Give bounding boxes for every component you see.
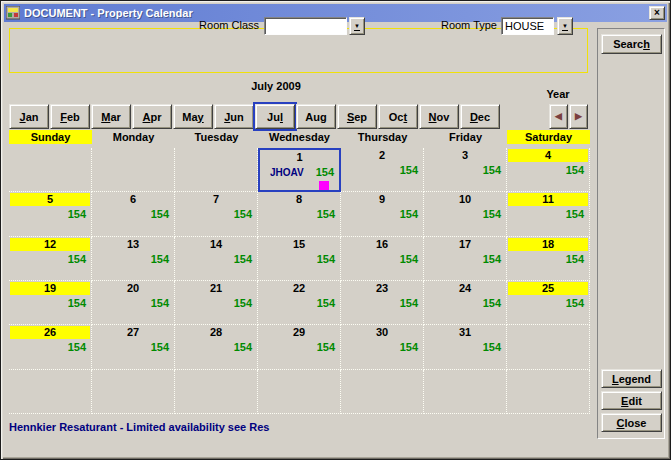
calendar-day-cell-14[interactable]: 14 154 (175, 237, 258, 281)
calendar-day-cell-29[interactable]: 29 154 (258, 325, 341, 369)
dropdown-arrow-icon: ▼ (354, 23, 360, 31)
month-button-mar[interactable]: Mar (91, 104, 131, 129)
calendar-day-cell-22[interactable]: 22 154 (258, 281, 341, 325)
month-button-aug[interactable]: Aug (296, 104, 336, 129)
calendar-day-cell-4[interactable]: 4 154 (507, 148, 590, 192)
calendar-day-cell-30[interactable]: 30 154 (341, 325, 424, 369)
calendar-day-cell-9[interactable]: 9 154 (341, 192, 424, 236)
availability-count: 154 (483, 297, 501, 309)
calendar-day-cell-24[interactable]: 24 154 (424, 281, 507, 325)
calendar-day-cell-21[interactable]: 21 154 (175, 281, 258, 325)
month-button-jan[interactable]: Jan (9, 104, 49, 129)
day-number: 23 (342, 282, 422, 295)
calendar-day-cell (175, 370, 258, 414)
calendar-day-cell-27[interactable]: 27 154 (92, 325, 175, 369)
calendar-day-cell-16[interactable]: 16 154 (341, 237, 424, 281)
button-label: lose (624, 417, 646, 429)
close-window-button[interactable]: × (649, 6, 665, 20)
day-number: 18 (508, 238, 588, 251)
calendar-day-cell-23[interactable]: 23 154 (341, 281, 424, 325)
calendar-day-cell-1[interactable]: 1 JHOAV 154 (258, 148, 341, 192)
availability-count: 154 (483, 164, 501, 176)
day-header-thursday: Thursday (341, 130, 424, 144)
close-button[interactable]: Close (601, 413, 662, 432)
year-forward-button[interactable]: ▶ (569, 104, 588, 129)
availability-count: 154 (566, 297, 584, 309)
day-number: 19 (10, 282, 90, 295)
legend-button[interactable]: Legend (601, 369, 662, 388)
day-number: 7 (176, 193, 256, 206)
month-button-may[interactable]: May (173, 104, 213, 129)
calendar-day-cell-19[interactable]: 19 154 (9, 281, 92, 325)
day-number: 11 (508, 193, 588, 206)
room-type-label: Room Type (401, 19, 497, 32)
month-button-oct[interactable]: Oct (378, 104, 418, 129)
month-button-feb[interactable]: Feb (50, 104, 90, 129)
day-number: 5 (10, 193, 90, 206)
calendar-day-cell-5[interactable]: 5 154 (9, 192, 92, 236)
room-type-combobox[interactable]: HOUSE (501, 17, 554, 35)
month-label: ep (354, 111, 367, 123)
month-label: ar (110, 111, 120, 123)
calendar-day-cell-11[interactable]: 11 154 (507, 192, 590, 236)
calendar-day-cell-26[interactable]: 26 154 (9, 325, 92, 369)
calendar-day-cell-20[interactable]: 20 154 (92, 281, 175, 325)
day-number (93, 149, 173, 162)
month-label: Ma (182, 111, 197, 123)
room-type-dropdown-button[interactable]: ▼ (557, 17, 573, 35)
day-number: 20 (93, 282, 173, 295)
month-mnemonic: F (60, 111, 67, 123)
day-number: 24 (425, 282, 505, 295)
day-number: 21 (176, 282, 256, 295)
month-label: ec (478, 111, 490, 123)
day-number (176, 371, 256, 384)
day-number: 17 (425, 238, 505, 251)
year-back-button[interactable]: ◀ (549, 104, 568, 129)
calendar-day-cell-8[interactable]: 8 154 (258, 192, 341, 236)
day-header-wednesday: Wednesday (258, 130, 341, 144)
room-class-dropdown-button[interactable]: ▼ (349, 17, 365, 35)
room-class-combobox[interactable] (264, 17, 347, 35)
month-button-apr[interactable]: Apr (132, 104, 172, 129)
calendar-day-cell-13[interactable]: 13 154 (92, 237, 175, 281)
month-button-jul[interactable]: Jul (255, 104, 295, 129)
availability-count: 154 (566, 253, 584, 265)
calendar-day-cell-25[interactable]: 25 154 (507, 281, 590, 325)
calendar-day-cell-6[interactable]: 6 154 (92, 192, 175, 236)
calendar-day-cell-2[interactable]: 2 154 (341, 148, 424, 192)
month-label: pr (150, 111, 161, 123)
edit-button[interactable]: Edit (601, 391, 662, 410)
calendar-day-cell-18[interactable]: 18 154 (507, 237, 590, 281)
month-label: Oc (389, 111, 404, 123)
button-mnemonic: L (612, 373, 619, 385)
month-label: Aug (305, 111, 326, 123)
calendar-day-cell-28[interactable]: 28 154 (175, 325, 258, 369)
button-label: dit (628, 395, 641, 407)
calendar-day-cell (341, 370, 424, 414)
property-calendar-window: DOCUMENT - Property Calendar × Room Clas… (0, 0, 671, 460)
month-button-jun[interactable]: Jun (214, 104, 254, 129)
day-header-row: SundayMondayTuesdayWednesdayThursdayFrid… (9, 130, 590, 144)
month-button-dec[interactable]: Dec (460, 104, 500, 129)
availability-count: 154 (234, 341, 252, 353)
month-label: an (26, 111, 39, 123)
calendar-day-cell (9, 370, 92, 414)
calendar-day-cell-12[interactable]: 12 154 (9, 237, 92, 281)
calendar-day-cell-3[interactable]: 3 154 (424, 148, 507, 192)
calendar-day-cell-7[interactable]: 7 154 (175, 192, 258, 236)
calendar-day-cell-10[interactable]: 10 154 (424, 192, 507, 236)
month-button-sep[interactable]: Sep (337, 104, 377, 129)
month-button-nov[interactable]: Nov (419, 104, 459, 129)
calendar-day-cell-31[interactable]: 31 154 (424, 325, 507, 369)
availability-count: 154 (151, 253, 169, 265)
button-label: Searc (613, 38, 643, 50)
availability-count: 154 (400, 208, 418, 220)
calendar-day-cell-17[interactable]: 17 154 (424, 237, 507, 281)
month-title: July 2009 (11, 80, 541, 92)
calendar-day-cell-15[interactable]: 15 154 (258, 237, 341, 281)
year-back-icon: ◀ (555, 111, 562, 121)
availability-count: 154 (566, 208, 584, 220)
availability-count: 154 (234, 297, 252, 309)
availability-count: 154 (151, 297, 169, 309)
search-button[interactable]: Search (601, 34, 662, 54)
